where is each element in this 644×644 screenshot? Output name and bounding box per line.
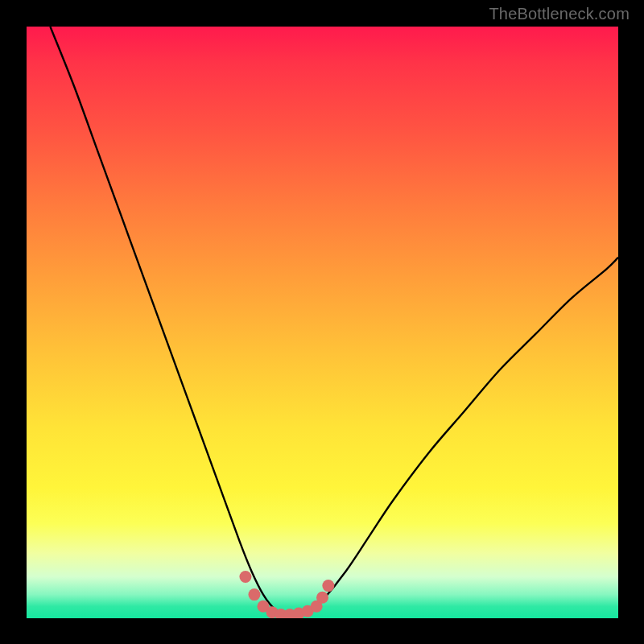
plot-area <box>27 27 618 618</box>
watermark-text: TheBottleneck.com <box>489 5 630 23</box>
highlight-dot <box>248 588 260 601</box>
bottleneck-curve <box>50 27 618 616</box>
chart-svg <box>27 27 618 618</box>
highlight-dot <box>322 580 334 592</box>
highlight-dot <box>316 592 328 604</box>
outer-frame: TheBottleneck.com <box>0 0 644 644</box>
bottleneck-curve-path <box>50 27 618 616</box>
highlight-dot <box>239 571 251 583</box>
